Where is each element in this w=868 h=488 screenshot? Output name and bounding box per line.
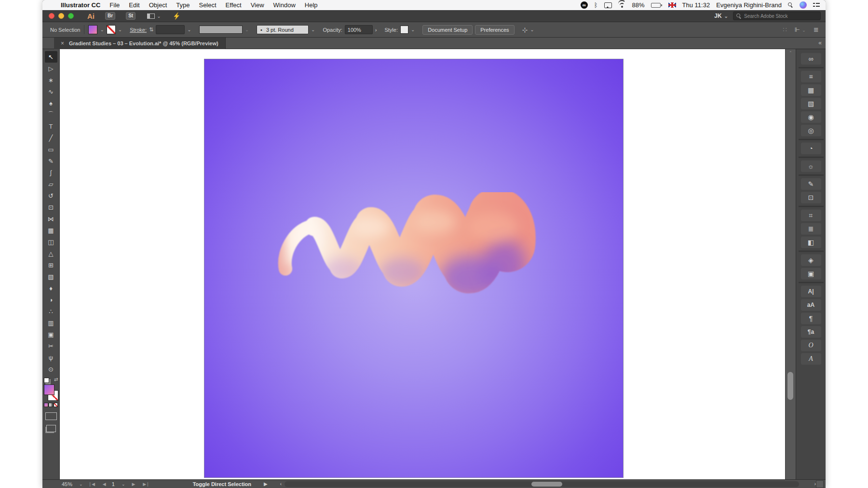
rectangle-tool[interactable]: ▭ bbox=[45, 144, 57, 155]
scale-tool[interactable]: ⊡ bbox=[45, 201, 57, 213]
slice-tool[interactable]: ✂ bbox=[45, 340, 57, 352]
fill-color-swatch[interactable] bbox=[88, 25, 97, 34]
zoom-window-button[interactable] bbox=[68, 13, 74, 19]
document-tab[interactable]: × Gradient Studies – 03 – Evolution.ai* … bbox=[54, 38, 226, 49]
stroke-panel-icon[interactable]: ≡ bbox=[801, 71, 821, 82]
default-fill-stroke-icon[interactable] bbox=[44, 378, 49, 383]
zoom-tool[interactable]: ⊙ bbox=[45, 363, 57, 375]
panel-menu-icon[interactable]: ≣ bbox=[814, 26, 819, 33]
gradient-tool[interactable]: ▧ bbox=[45, 271, 57, 282]
transform-menu-icon[interactable]: ⊹ bbox=[522, 26, 528, 34]
zoom-dropdown-icon[interactable]: ⌄ bbox=[79, 482, 83, 487]
width-tool[interactable]: ⋈ bbox=[45, 213, 57, 224]
horizontal-scrollbar[interactable] bbox=[285, 481, 799, 487]
stroke-weight-stepper[interactable]: ⇅ bbox=[149, 26, 153, 33]
gradient-button[interactable] bbox=[49, 403, 53, 407]
zoom-level-field[interactable]: 45% bbox=[62, 481, 72, 487]
menu-item[interactable]: File bbox=[109, 1, 120, 9]
menu-item[interactable]: Help bbox=[305, 1, 318, 9]
close-tab-icon[interactable]: × bbox=[61, 40, 64, 47]
scroll-left-icon[interactable]: ‹ bbox=[280, 481, 282, 487]
menu-item[interactable]: View bbox=[251, 1, 264, 9]
opacity-label[interactable]: Opacity: bbox=[323, 27, 342, 33]
vertical-scrollbar[interactable]: ˆ bbox=[785, 49, 796, 479]
dock-control-icon[interactable]: ⊩ ⌄ bbox=[795, 26, 806, 33]
menu-item[interactable]: Edit bbox=[129, 1, 139, 9]
artboard-dropdown-icon[interactable]: ⌄ bbox=[122, 482, 125, 487]
pathfinder-panel-icon[interactable]: ◧ bbox=[801, 237, 821, 248]
lasso-tool[interactable]: ∿ bbox=[45, 86, 57, 97]
collapse-panels-icon[interactable]: « bbox=[818, 40, 822, 46]
close-window-button[interactable] bbox=[49, 13, 54, 19]
wifi-icon[interactable] bbox=[618, 2, 626, 8]
pen-tool[interactable]: ♠ bbox=[45, 97, 57, 109]
resize-corner[interactable] bbox=[816, 480, 824, 488]
bridge-button[interactable]: Br bbox=[105, 12, 115, 20]
graphic-style-swatch[interactable] bbox=[400, 26, 408, 34]
color-button[interactable] bbox=[44, 403, 48, 407]
stock-button[interactable]: St bbox=[126, 12, 136, 20]
preferences-button[interactable]: Preferences bbox=[475, 25, 514, 35]
menu-item[interactable]: Object bbox=[149, 1, 167, 9]
notification-center-icon[interactable] bbox=[813, 2, 820, 8]
menu-item[interactable]: Select bbox=[199, 1, 216, 9]
none-button[interactable] bbox=[54, 403, 58, 407]
paragraph-styles-panel-icon[interactable]: ¶a bbox=[801, 326, 821, 338]
align-panel-icon[interactable]: ≣ bbox=[801, 223, 821, 235]
menu-item[interactable]: Effect bbox=[226, 1, 242, 9]
adobe-stock-search-input[interactable]: Search Adobe Stock bbox=[733, 12, 821, 20]
direct-selection-tool[interactable]: ▷ bbox=[45, 63, 57, 74]
chevron-down-icon[interactable]: ⌄ bbox=[530, 27, 534, 32]
opacity-flyout-arrow[interactable]: › bbox=[375, 27, 377, 33]
drawing-modes-button[interactable] bbox=[45, 412, 57, 420]
app-menu-title[interactable]: Illustrator CC bbox=[61, 1, 100, 9]
stroke-color-swatch[interactable] bbox=[107, 25, 116, 34]
user-initials-menu[interactable]: JK⌄ bbox=[714, 13, 728, 19]
curvature-tool[interactable]: ⌒ bbox=[45, 109, 57, 120]
brushes-panel-icon[interactable]: ✎ bbox=[801, 178, 821, 190]
swatches-panel-icon[interactable]: ▦ bbox=[801, 84, 821, 96]
workspace-switcher[interactable]: ⌄ bbox=[147, 13, 161, 19]
first-page-icon[interactable]: |◀ bbox=[90, 482, 96, 487]
menu-bar-clock[interactable]: Thu 11:32 bbox=[682, 1, 710, 9]
last-page-icon[interactable]: ▶| bbox=[143, 482, 149, 487]
siri-icon[interactable] bbox=[800, 1, 807, 9]
artboard[interactable] bbox=[204, 59, 623, 477]
magic-wand-tool[interactable]: ∗ bbox=[45, 74, 57, 86]
paragraph-panel-icon[interactable]: ¶ bbox=[801, 313, 821, 324]
document-setup-button[interactable]: Document Setup bbox=[422, 25, 473, 35]
brush-definition-select[interactable]: • 3 pt. Round bbox=[257, 25, 309, 34]
stroke-label[interactable]: Stroke: bbox=[130, 27, 147, 33]
horizontal-scrollbar-thumb[interactable] bbox=[531, 482, 562, 487]
hand-tool[interactable]: ψ bbox=[45, 352, 57, 363]
bluetooth-icon[interactable]: ᛒ bbox=[594, 1, 598, 9]
eyedropper-tool[interactable]: ♦ bbox=[45, 282, 57, 294]
shape-builder-tool[interactable]: ◫ bbox=[45, 236, 57, 248]
minimize-window-button[interactable] bbox=[58, 13, 64, 19]
variable-width-profile[interactable] bbox=[199, 26, 243, 34]
chevron-down-icon[interactable]: ⌄ bbox=[187, 27, 191, 32]
paintbrush-tool[interactable]: ✎ bbox=[45, 155, 57, 167]
status-flyout-icon[interactable]: ▶ bbox=[264, 481, 268, 487]
selection-tool[interactable]: ↖ bbox=[45, 51, 57, 63]
menu-item[interactable]: Window bbox=[273, 1, 296, 9]
color-panel-icon[interactable]: ◉ bbox=[801, 111, 821, 123]
prev-page-icon[interactable]: ◀ bbox=[103, 482, 107, 487]
fill-swatch[interactable] bbox=[44, 384, 54, 395]
appearance-panel-icon[interactable]: ☼ bbox=[801, 160, 821, 172]
chevron-down-icon[interactable]: ⌄ bbox=[411, 27, 415, 32]
creative-cloud-icon[interactable]: ∞ bbox=[581, 1, 588, 9]
cc-libraries-icon[interactable]: ∞ bbox=[801, 53, 821, 65]
symbol-sprayer-tool[interactable]: ∴ bbox=[45, 305, 57, 317]
artboard-tool[interactable]: ▣ bbox=[45, 329, 57, 340]
blend-tool[interactable]: ◑ bbox=[45, 294, 57, 305]
gradient-panel-icon[interactable]: ▧ bbox=[801, 98, 821, 109]
uk-flag-icon[interactable] bbox=[668, 2, 676, 8]
airplay-display-icon[interactable] bbox=[604, 2, 612, 8]
type-tool[interactable]: T bbox=[45, 120, 57, 132]
menu-bar-user-name[interactable]: Evgeniya Righini-Brand bbox=[716, 1, 782, 9]
line-segment-tool[interactable]: ╱ bbox=[45, 132, 57, 144]
character-panel-icon[interactable]: A| bbox=[801, 286, 821, 297]
character-styles-panel-icon[interactable]: aA bbox=[801, 299, 821, 311]
artboards-panel-icon[interactable]: ▣ bbox=[801, 268, 821, 279]
